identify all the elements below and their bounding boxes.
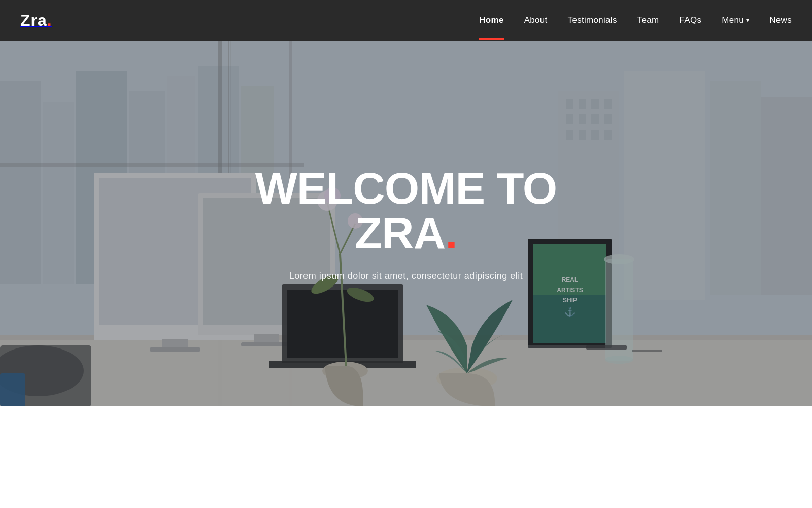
chevron-down-icon: ▾ (746, 17, 749, 24)
nav-item-testimonials: Testimonials (568, 15, 617, 25)
below-hero (0, 406, 812, 508)
nav-link-testimonials[interactable]: Testimonials (568, 15, 617, 25)
nav-links: Home About Testimonials Team FAQs Menu ▾… (479, 15, 792, 25)
nav-link-home[interactable]: Home (479, 15, 503, 25)
navbar: Zra. Home About Testimonials Team FAQs M… (0, 0, 812, 41)
nav-link-news[interactable]: News (769, 15, 792, 25)
nav-item-about: About (524, 15, 548, 25)
logo-dot: . (47, 11, 52, 29)
nav-item-team: Team (637, 15, 659, 25)
nav-link-team[interactable]: Team (637, 15, 659, 25)
nav-item-menu: Menu ▾ (722, 15, 749, 25)
hero-title-dot: . (445, 208, 457, 258)
hero-section: REAL ARTISTS SHIP ⚓ WELCOME TO ZRA. Lore… (0, 41, 812, 406)
nav-link-about[interactable]: About (524, 15, 548, 25)
nav-item-home: Home (479, 15, 503, 25)
nav-item-faqs: FAQs (680, 15, 702, 25)
hero-subtitle: Lorem ipsum dolor sit amet, consectetur … (203, 271, 609, 281)
nav-link-menu[interactable]: Menu ▾ (722, 15, 749, 25)
nav-item-news: News (769, 15, 792, 25)
hero-content: WELCOME TO ZRA. Lorem ipsum dolor sit am… (203, 166, 609, 281)
nav-link-faqs[interactable]: FAQs (680, 15, 702, 25)
logo[interactable]: Zra. (20, 11, 52, 30)
hero-title: WELCOME TO ZRA. (203, 166, 609, 256)
logo-text: Zra (20, 11, 47, 29)
